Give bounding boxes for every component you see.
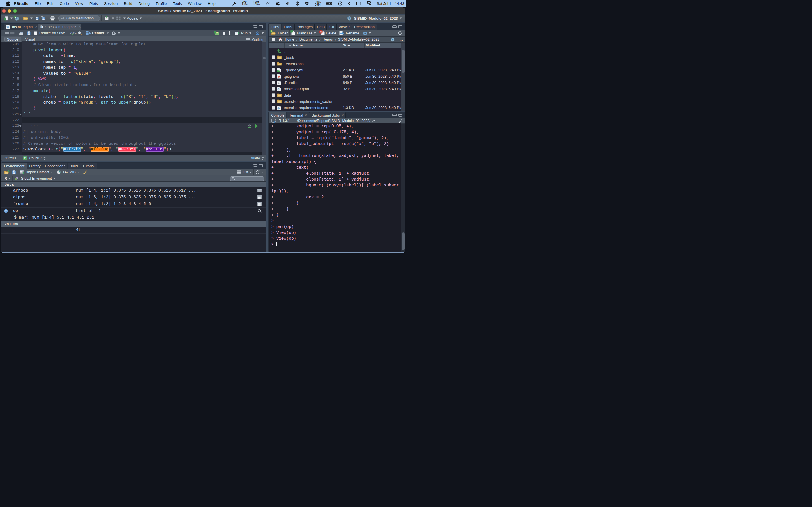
svg-text:R: R <box>349 17 350 19</box>
svg-text:R: R <box>392 38 394 41</box>
svg-text:R: R <box>272 119 275 123</box>
svg-text:YML: YML <box>278 70 281 71</box>
